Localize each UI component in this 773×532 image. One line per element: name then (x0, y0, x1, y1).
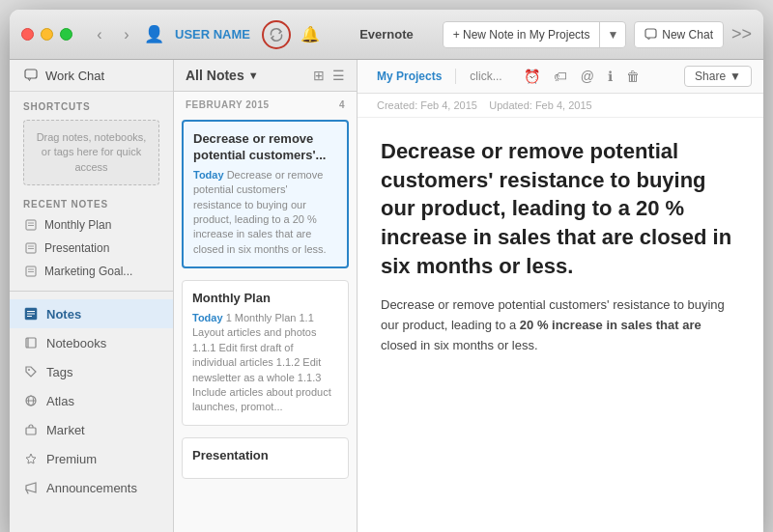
sidebar-item-announcements[interactable]: Announcements (10, 473, 173, 502)
sidebar-item-tags[interactable]: Tags (10, 357, 173, 386)
svg-rect-8 (26, 266, 36, 276)
new-note-label[interactable]: + New Note in My Projects (444, 22, 601, 47)
grid-icon[interactable]: ⊞ (313, 68, 325, 83)
note-card-2[interactable]: Monthly Plan Today 1 Monthly Plan 1.1 La… (182, 280, 349, 426)
note-icon-2 (23, 240, 39, 256)
toolbar-tab-click[interactable]: click... (462, 67, 509, 86)
note-card-title-1: Decrease or remove potential customers'.… (193, 131, 337, 164)
svg-rect-1 (25, 70, 37, 78)
forward-button[interactable]: › (115, 23, 138, 46)
sync-button[interactable] (262, 20, 291, 49)
sidebar-item-notebooks[interactable]: Notebooks (10, 328, 173, 357)
tag-toolbar-icon[interactable]: 🏷 (550, 67, 571, 86)
body-text-end: closed in six months or less. (381, 338, 538, 352)
sidebar-item-premium-label: Premium (46, 452, 97, 466)
list-icon[interactable]: ☰ (332, 68, 345, 83)
sidebar-item-atlas[interactable]: Atlas (10, 386, 173, 415)
delete-icon[interactable]: 🗑 (622, 67, 644, 86)
sidebar-item-premium[interactable]: Premium (10, 444, 173, 473)
note-card-preview-1: Today Decrease or remove potential custo… (193, 168, 337, 257)
work-chat-icon (23, 68, 39, 83)
sidebar-item-market-label: Market (46, 423, 85, 437)
recent-note-marketing[interactable]: Marketing Goal... (10, 260, 173, 283)
updated-date: Updated: Feb 4, 2015 (489, 99, 591, 111)
overflow-button[interactable]: >> (731, 24, 752, 44)
minimize-button[interactable] (41, 28, 53, 41)
new-chat-label: New Chat (662, 28, 713, 42)
recent-note-label-3: Marketing Goal... (44, 265, 132, 278)
note-card-title-2: Monthly Plan (192, 291, 338, 307)
all-notes-dropdown-icon: ▼ (248, 70, 259, 81)
svg-marker-22 (26, 454, 36, 463)
notebooks-icon (23, 335, 39, 350)
editor-note-body: Decrease or remove potential customers' … (381, 295, 740, 355)
body-text-bold: 20 % increase in sales that are (520, 318, 701, 332)
toolbar-tab-my-projects[interactable]: My Projects (369, 67, 449, 86)
close-button[interactable] (21, 28, 34, 41)
share-label: Share (695, 70, 726, 83)
sidebar-divider (10, 291, 173, 292)
svg-rect-21 (26, 428, 36, 434)
created-date: Created: Feb 4, 2015 (377, 99, 477, 111)
share-button[interactable]: Share ▼ (684, 66, 752, 87)
all-notes-label: All Notes (186, 68, 244, 83)
premium-icon (23, 451, 39, 466)
preview-text-1: Decrease or remove potential customers' … (193, 169, 327, 255)
editor-note-title: Decrease or remove potential customers' … (381, 137, 740, 280)
svg-rect-5 (26, 243, 36, 253)
alarm-icon[interactable]: ⏰ (520, 67, 544, 86)
note-card-title-3: Presentation (192, 448, 338, 464)
sidebar: Work Chat SHORTCUTS Drag notes, notebook… (10, 60, 174, 532)
notes-icon (23, 306, 39, 322)
sidebar-item-notes-label: Notes (46, 307, 81, 322)
editor-panel: My Projects click... ⏰ 🏷 @ ℹ 🗑 Share ▼ C… (358, 60, 763, 532)
date-section-header: FEBRUARY 2015 4 (174, 92, 357, 114)
note-card-preview-2: Today 1 Monthly Plan 1.1 Layout articles… (192, 311, 338, 415)
svg-rect-2 (26, 220, 36, 230)
editor-meta: Created: Feb 4, 2015 Updated: Feb 4, 201… (358, 94, 763, 118)
svg-rect-0 (645, 29, 656, 38)
sidebar-item-work-chat[interactable]: Work Chat (10, 60, 173, 92)
sync-icon (269, 27, 284, 42)
notifications-icon[interactable]: 🔔 (301, 25, 320, 43)
date-section-count: 4 (339, 99, 345, 110)
main-content: Work Chat SHORTCUTS Drag notes, notebook… (10, 60, 763, 532)
note-icon-3 (23, 264, 39, 279)
market-icon (23, 422, 39, 437)
editor-body[interactable]: Decrease or remove potential customers' … (358, 118, 763, 532)
notes-header-icons: ⊞ ☰ (313, 68, 345, 83)
today-label-2: Today (192, 312, 223, 323)
all-notes-button[interactable]: All Notes ▼ (186, 68, 259, 83)
editor-toolbar: My Projects click... ⏰ 🏷 @ ℹ 🗑 Share ▼ (358, 60, 763, 94)
new-note-dropdown-arrow[interactable]: ▼ (600, 22, 625, 47)
toolbar-separator-1 (455, 69, 456, 84)
recent-note-presentation[interactable]: Presentation (10, 237, 173, 260)
toolbar-icons: ⏰ 🏷 @ ℹ 🗑 (520, 67, 644, 86)
user-name: USER NAME (175, 27, 250, 42)
recent-note-label-1: Monthly Plan (44, 218, 111, 232)
at-icon[interactable]: @ (577, 67, 598, 86)
notes-list: All Notes ▼ ⊞ ☰ FEBRUARY 2015 4 Decrease… (174, 60, 358, 532)
share-dropdown-icon: ▼ (730, 70, 741, 83)
recent-note-monthly-plan[interactable]: Monthly Plan (10, 213, 173, 237)
info-icon[interactable]: ℹ (604, 67, 616, 86)
sidebar-item-market[interactable]: Market (10, 415, 173, 444)
sidebar-item-notes[interactable]: Notes (10, 299, 173, 328)
new-chat-button[interactable]: New Chat (634, 21, 724, 48)
note-card-3[interactable]: Presentation (182, 437, 349, 479)
svg-point-17 (28, 369, 30, 371)
titlebar-actions: + New Note in My Projects ▼ New Chat >> (443, 21, 752, 48)
sidebar-item-atlas-label: Atlas (46, 394, 74, 408)
date-section-label: FEBRUARY 2015 (186, 99, 270, 110)
preview-text-2: 1 Monthly Plan 1.1 Layout articles and p… (192, 312, 331, 412)
back-button[interactable]: ‹ (88, 23, 111, 46)
maximize-button[interactable] (60, 28, 72, 41)
shortcuts-section-label: SHORTCUTS (10, 92, 173, 116)
new-note-button[interactable]: + New Note in My Projects ▼ (443, 21, 627, 48)
announcements-icon (23, 480, 39, 495)
nav-buttons: ‹ › (88, 23, 138, 46)
app-window: ‹ › 👤 USER NAME 🔔 Evernote + New Note in… (10, 10, 763, 532)
account-icon: 👤 (142, 23, 165, 46)
sidebar-item-announcements-label: Announcements (46, 481, 137, 495)
note-card-1[interactable]: Decrease or remove potential customers'.… (182, 120, 349, 268)
